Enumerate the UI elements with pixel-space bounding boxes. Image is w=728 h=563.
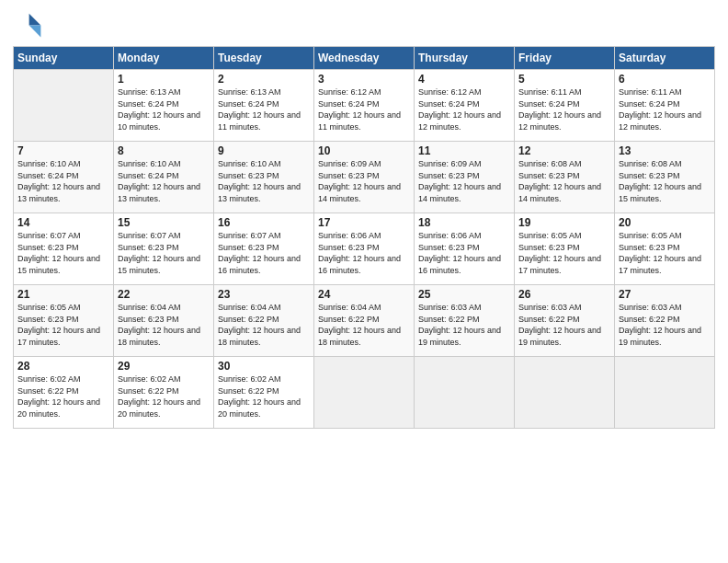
- col-header-saturday: Saturday: [615, 47, 715, 70]
- day-cell: 16Sunrise: 6:07 AMSunset: 6:23 PMDayligh…: [214, 213, 314, 285]
- day-info: Sunrise: 6:03 AMSunset: 6:22 PMDaylight:…: [619, 302, 711, 348]
- day-number: 16: [218, 216, 310, 229]
- day-cell: 13Sunrise: 6:08 AMSunset: 6:23 PMDayligh…: [615, 142, 715, 213]
- header-row: SundayMondayTuesdayWednesdayThursdayFrid…: [14, 47, 715, 70]
- day-info: Sunrise: 6:04 AMSunset: 6:22 PMDaylight:…: [218, 302, 310, 348]
- day-cell: 19Sunrise: 6:05 AMSunset: 6:23 PMDayligh…: [515, 213, 615, 285]
- day-number: 2: [218, 73, 310, 86]
- day-info: Sunrise: 6:04 AMSunset: 6:23 PMDaylight:…: [118, 302, 210, 348]
- svg-marker-0: [29, 14, 41, 26]
- day-cell: 25Sunrise: 6:03 AMSunset: 6:22 PMDayligh…: [415, 285, 515, 357]
- day-info: Sunrise: 6:07 AMSunset: 6:23 PMDaylight:…: [118, 230, 210, 276]
- day-cell: 26Sunrise: 6:03 AMSunset: 6:22 PMDayligh…: [515, 285, 615, 357]
- svg-marker-1: [29, 26, 41, 38]
- day-cell: 9Sunrise: 6:10 AMSunset: 6:23 PMDaylight…: [214, 142, 314, 213]
- day-info: Sunrise: 6:08 AMSunset: 6:23 PMDaylight:…: [518, 158, 610, 204]
- col-header-wednesday: Wednesday: [314, 47, 415, 70]
- day-cell: 11Sunrise: 6:09 AMSunset: 6:23 PMDayligh…: [415, 142, 515, 213]
- week-row-1: 1Sunrise: 6:13 AMSunset: 6:24 PMDaylight…: [14, 70, 715, 142]
- day-cell: 4Sunrise: 6:12 AMSunset: 6:24 PMDaylight…: [415, 70, 515, 142]
- col-header-tuesday: Tuesday: [214, 47, 314, 70]
- day-number: 12: [518, 144, 610, 157]
- page: SundayMondayTuesdayWednesdayThursdayFrid…: [0, 0, 728, 563]
- day-info: Sunrise: 6:08 AMSunset: 6:23 PMDaylight:…: [619, 158, 711, 204]
- day-number: 14: [17, 216, 109, 229]
- day-number: 28: [17, 360, 109, 373]
- day-info: Sunrise: 6:05 AMSunset: 6:23 PMDaylight:…: [518, 230, 610, 276]
- day-cell: 2Sunrise: 6:13 AMSunset: 6:24 PMDaylight…: [214, 70, 314, 142]
- day-number: 21: [17, 288, 109, 301]
- day-number: 18: [418, 216, 510, 229]
- day-cell: 7Sunrise: 6:10 AMSunset: 6:24 PMDaylight…: [14, 142, 114, 213]
- day-info: Sunrise: 6:10 AMSunset: 6:24 PMDaylight:…: [118, 158, 210, 204]
- day-info: Sunrise: 6:06 AMSunset: 6:23 PMDaylight:…: [418, 230, 510, 276]
- col-header-sunday: Sunday: [14, 47, 114, 70]
- day-cell: [314, 357, 415, 429]
- generalblue-logo-icon: [13, 9, 42, 39]
- day-number: 13: [619, 144, 711, 157]
- day-cell: 27Sunrise: 6:03 AMSunset: 6:22 PMDayligh…: [615, 285, 715, 357]
- day-info: Sunrise: 6:13 AMSunset: 6:24 PMDaylight:…: [118, 86, 210, 132]
- day-info: Sunrise: 6:13 AMSunset: 6:24 PMDaylight:…: [218, 86, 310, 132]
- header: [13, 9, 715, 39]
- day-cell: 8Sunrise: 6:10 AMSunset: 6:24 PMDaylight…: [114, 142, 214, 213]
- day-cell: 14Sunrise: 6:07 AMSunset: 6:23 PMDayligh…: [14, 213, 114, 285]
- day-cell: 23Sunrise: 6:04 AMSunset: 6:22 PMDayligh…: [214, 285, 314, 357]
- day-number: 3: [318, 73, 410, 86]
- day-number: 11: [418, 144, 510, 157]
- day-cell: [515, 357, 615, 429]
- day-info: Sunrise: 6:06 AMSunset: 6:23 PMDaylight:…: [318, 230, 410, 276]
- day-cell: 22Sunrise: 6:04 AMSunset: 6:23 PMDayligh…: [114, 285, 214, 357]
- day-cell: 3Sunrise: 6:12 AMSunset: 6:24 PMDaylight…: [314, 70, 415, 142]
- day-number: 22: [118, 288, 210, 301]
- day-info: Sunrise: 6:12 AMSunset: 6:24 PMDaylight:…: [318, 86, 410, 132]
- day-cell: 20Sunrise: 6:05 AMSunset: 6:23 PMDayligh…: [615, 213, 715, 285]
- day-number: 26: [518, 288, 610, 301]
- day-cell: [615, 357, 715, 429]
- week-row-4: 21Sunrise: 6:05 AMSunset: 6:23 PMDayligh…: [14, 285, 715, 357]
- day-info: Sunrise: 6:09 AMSunset: 6:23 PMDaylight:…: [418, 158, 510, 204]
- day-number: 19: [518, 216, 610, 229]
- day-cell: 17Sunrise: 6:06 AMSunset: 6:23 PMDayligh…: [314, 213, 415, 285]
- day-cell: 24Sunrise: 6:04 AMSunset: 6:22 PMDayligh…: [314, 285, 415, 357]
- col-header-thursday: Thursday: [415, 47, 515, 70]
- day-info: Sunrise: 6:05 AMSunset: 6:23 PMDaylight:…: [619, 230, 711, 276]
- day-cell: 21Sunrise: 6:05 AMSunset: 6:23 PMDayligh…: [14, 285, 114, 357]
- day-cell: 1Sunrise: 6:13 AMSunset: 6:24 PMDaylight…: [114, 70, 214, 142]
- day-number: 1: [118, 73, 210, 86]
- day-number: 4: [418, 73, 510, 86]
- logo: [13, 9, 46, 39]
- day-number: 29: [118, 360, 210, 373]
- day-number: 24: [318, 288, 410, 301]
- day-info: Sunrise: 6:11 AMSunset: 6:24 PMDaylight:…: [518, 86, 610, 132]
- day-info: Sunrise: 6:09 AMSunset: 6:23 PMDaylight:…: [318, 158, 410, 204]
- day-number: 9: [218, 144, 310, 157]
- day-number: 8: [118, 144, 210, 157]
- day-cell: 6Sunrise: 6:11 AMSunset: 6:24 PMDaylight…: [615, 70, 715, 142]
- day-number: 25: [418, 288, 510, 301]
- day-cell: 15Sunrise: 6:07 AMSunset: 6:23 PMDayligh…: [114, 213, 214, 285]
- day-number: 30: [218, 360, 310, 373]
- day-info: Sunrise: 6:02 AMSunset: 6:22 PMDaylight:…: [218, 373, 310, 419]
- day-info: Sunrise: 6:03 AMSunset: 6:22 PMDaylight:…: [418, 302, 510, 348]
- day-cell: [14, 70, 114, 142]
- week-row-3: 14Sunrise: 6:07 AMSunset: 6:23 PMDayligh…: [14, 213, 715, 285]
- day-number: 6: [619, 73, 711, 86]
- day-number: 15: [118, 216, 210, 229]
- day-cell: 28Sunrise: 6:02 AMSunset: 6:22 PMDayligh…: [14, 357, 114, 429]
- day-info: Sunrise: 6:12 AMSunset: 6:24 PMDaylight:…: [418, 86, 510, 132]
- day-number: 23: [218, 288, 310, 301]
- day-info: Sunrise: 6:11 AMSunset: 6:24 PMDaylight:…: [619, 86, 711, 132]
- col-header-friday: Friday: [515, 47, 615, 70]
- day-info: Sunrise: 6:07 AMSunset: 6:23 PMDaylight:…: [218, 230, 310, 276]
- day-cell: 12Sunrise: 6:08 AMSunset: 6:23 PMDayligh…: [515, 142, 615, 213]
- week-row-2: 7Sunrise: 6:10 AMSunset: 6:24 PMDaylight…: [14, 142, 715, 213]
- day-info: Sunrise: 6:10 AMSunset: 6:24 PMDaylight:…: [17, 158, 109, 204]
- day-info: Sunrise: 6:04 AMSunset: 6:22 PMDaylight:…: [318, 302, 410, 348]
- day-info: Sunrise: 6:10 AMSunset: 6:23 PMDaylight:…: [218, 158, 310, 204]
- day-number: 17: [318, 216, 410, 229]
- day-cell: [415, 357, 515, 429]
- day-number: 20: [619, 216, 711, 229]
- day-cell: 18Sunrise: 6:06 AMSunset: 6:23 PMDayligh…: [415, 213, 515, 285]
- day-info: Sunrise: 6:02 AMSunset: 6:22 PMDaylight:…: [118, 373, 210, 419]
